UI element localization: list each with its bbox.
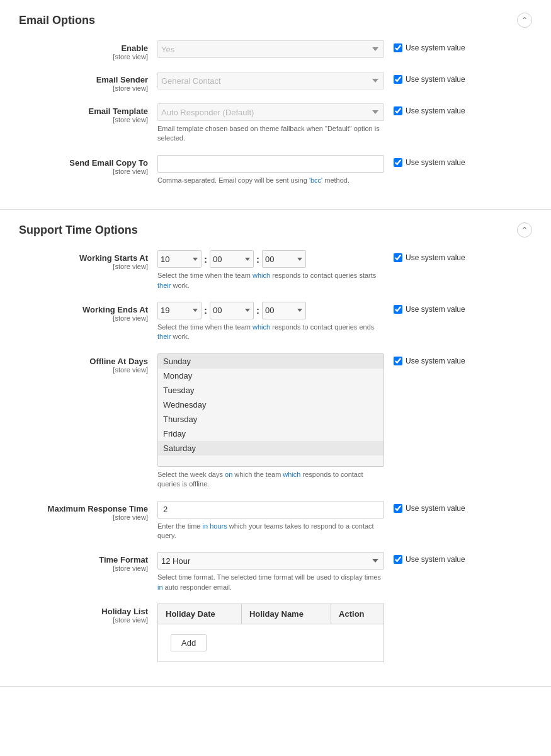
send-email-copy-label: Send Email Copy To <box>19 158 148 168</box>
holiday-table-head: Holiday Date Holiday Name Action <box>158 604 384 624</box>
max-response-label: Maximum Response Time <box>19 504 148 513</box>
enable-use-system-label: Use system value <box>406 43 465 52</box>
email-options-section: Email Options ⌃ Enable [store view] Yes … <box>0 0 551 210</box>
send-email-copy-system-col: Use system value <box>384 155 485 167</box>
email-template-select[interactable]: Auto Responder (Default) <box>157 103 384 121</box>
working-starts-hour-select[interactable]: 101112000109 <box>157 250 202 268</box>
holiday-list-label-col: Holiday List [store view] <box>19 604 157 624</box>
email-sender-label: Email Sender <box>19 75 148 84</box>
working-ends-use-system-label: Use system value <box>406 305 465 314</box>
enable-select[interactable]: Yes No <box>157 40 384 58</box>
working-starts-description: Select the time when the team which resp… <box>157 271 384 290</box>
send-email-copy-use-system-checkbox[interactable] <box>394 158 402 167</box>
offline-days-system-col: Use system value <box>384 353 485 365</box>
email-template-use-system-checkbox[interactable] <box>394 106 402 115</box>
send-email-copy-label-col: Send Email Copy To [store view] <box>19 155 157 175</box>
working-ends-label: Working Ends At <box>19 305 148 314</box>
send-email-copy-sublabel: [store view] <box>19 168 148 175</box>
bcc-link: 'bcc' <box>309 176 322 184</box>
support-time-header: Support Time Options ⌃ <box>19 222 532 238</box>
time-format-select[interactable]: 12 Hour 24 Hour <box>157 552 384 570</box>
email-template-description: Email template chosen based on theme fal… <box>157 124 384 144</box>
max-response-label-col: Maximum Response Time [store view] <box>19 501 157 521</box>
offline-days-control-col: Sunday Monday Tuesday Wednesday Thursday… <box>157 353 384 490</box>
working-ends-label-col: Working Ends At [store view] <box>19 302 157 322</box>
max-response-use-system-checkbox[interactable] <box>394 504 402 513</box>
email-sender-sublabel: [store view] <box>19 84 148 92</box>
email-sender-system-col: Use system value <box>384 72 485 84</box>
working-starts-use-system-label: Use system value <box>406 253 465 262</box>
time-format-field-row: Time Format [store view] 12 Hour 24 Hour… <box>19 552 532 592</box>
working-ends-min-select[interactable]: 00153045 <box>210 302 254 319</box>
email-options-collapse-button[interactable]: ⌃ <box>517 13 532 28</box>
max-response-system-col: Use system value <box>384 501 485 513</box>
enable-label: Enable <box>19 43 148 53</box>
working-ends-sep1: : <box>204 305 207 316</box>
email-sender-control-col: General Contact Sales Representative Cus… <box>157 72 384 89</box>
support-time-title: Support Time Options <box>19 224 138 237</box>
email-options-header: Email Options ⌃ <box>19 13 532 28</box>
holiday-table-header-row: Holiday Date Holiday Name Action <box>158 604 384 624</box>
offline-days-use-system-checkbox[interactable] <box>394 357 402 365</box>
time-format-use-system-label: Use system value <box>406 555 465 564</box>
working-ends-sublabel: [store view] <box>19 314 148 322</box>
time-format-label-col: Time Format [store view] <box>19 552 157 572</box>
holiday-action-header: Action <box>331 604 384 624</box>
working-ends-description: Select the time when the team which resp… <box>157 323 384 342</box>
working-ends-sep2: : <box>256 305 259 316</box>
email-template-system-col: Use system value <box>384 103 485 115</box>
email-sender-label-col: Email Sender [store view] <box>19 72 157 92</box>
holiday-list-label: Holiday List <box>19 607 148 616</box>
email-options-title: Email Options <box>19 14 95 27</box>
working-ends-system-col: Use system value <box>384 302 485 314</box>
send-email-copy-input[interactable] <box>157 155 384 173</box>
working-starts-min-select[interactable]: 00153045 <box>210 250 254 268</box>
offline-days-sublabel: [store view] <box>19 366 148 374</box>
working-ends-field-row: Working Ends At [store view] 19201800 : … <box>19 302 532 342</box>
max-response-description: Enter the time in hours which your teams… <box>157 522 384 541</box>
time-format-use-system-checkbox[interactable] <box>394 555 402 564</box>
working-starts-sep1: : <box>204 254 207 265</box>
working-ends-hour-select[interactable]: 19201800 <box>157 302 202 319</box>
email-template-use-system-label: Use system value <box>406 106 465 115</box>
holiday-add-row: Add <box>158 624 384 662</box>
email-template-label-col: Email Template [store view] <box>19 103 157 123</box>
email-template-label: Email Template <box>19 106 148 116</box>
offline-days-label: Offline At Days <box>19 357 148 366</box>
enable-use-system-checkbox[interactable] <box>394 43 402 52</box>
send-email-copy-field-row: Send Email Copy To [store view] Comma-se… <box>19 155 532 185</box>
offline-days-description: Select the week days on which the team w… <box>157 470 384 490</box>
offline-days-use-system-label: Use system value <box>406 357 465 365</box>
working-starts-use-system-checkbox[interactable] <box>394 253 402 262</box>
working-starts-sublabel: [store view] <box>19 263 148 270</box>
holiday-list-system-col <box>384 604 485 607</box>
time-format-sublabel: [store view] <box>19 564 148 572</box>
enable-control-col: Yes No <box>157 40 384 58</box>
holiday-list-field-row: Holiday List [store view] Holiday Date H… <box>19 604 532 662</box>
email-sender-use-system-checkbox[interactable] <box>394 75 402 84</box>
working-starts-label: Working Starts At <box>19 253 148 263</box>
send-email-copy-description: Comma-separated. Email copy will be sent… <box>157 176 384 185</box>
holiday-list-sublabel: [store view] <box>19 616 148 624</box>
working-ends-use-system-checkbox[interactable] <box>394 305 402 314</box>
holiday-name-header: Holiday Name <box>241 604 331 624</box>
working-ends-sec-select[interactable]: 00153045 <box>262 302 306 319</box>
working-starts-sec-select[interactable]: 00153045 <box>262 250 306 268</box>
holiday-table-body: Add <box>158 624 384 662</box>
working-starts-control-col: 101112000109 : 00153045 : 00153045 Selec… <box>157 250 384 290</box>
support-time-collapse-button[interactable]: ⌃ <box>517 222 532 238</box>
enable-system-col: Use system value <box>384 40 485 52</box>
email-template-sublabel: [store view] <box>19 116 148 123</box>
working-starts-label-col: Working Starts At [store view] <box>19 250 157 270</box>
holiday-add-button[interactable]: Add <box>171 634 207 651</box>
send-email-copy-use-system-label: Use system value <box>406 158 465 167</box>
max-response-input[interactable] <box>157 501 384 518</box>
max-response-field-row: Maximum Response Time [store view] Enter… <box>19 501 532 541</box>
email-sender-field-row: Email Sender [store view] General Contac… <box>19 72 532 92</box>
email-sender-select[interactable]: General Contact Sales Representative Cus… <box>157 72 384 89</box>
working-starts-system-col: Use system value <box>384 250 485 262</box>
offline-days-listbox[interactable]: Sunday Monday Tuesday Wednesday Thursday… <box>157 353 384 467</box>
working-ends-time-selects: 19201800 : 00153045 : 00153045 <box>157 302 384 319</box>
holiday-date-header: Holiday Date <box>158 604 242 624</box>
working-starts-field-row: Working Starts At [store view] 101112000… <box>19 250 532 290</box>
